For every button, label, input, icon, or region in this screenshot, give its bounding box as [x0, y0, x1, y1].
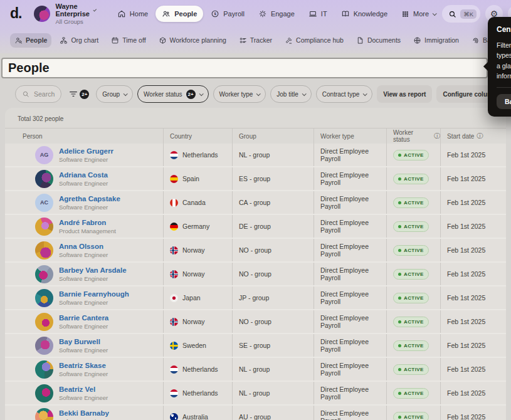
start-date-cell: Feb 1st 2025	[440, 144, 493, 166]
table-row[interactable]: André FabronProduct Management Germany D…	[5, 215, 506, 239]
person-name-link[interactable]: Adelice Grugerr	[59, 147, 113, 155]
cube-icon	[159, 36, 167, 45]
worker-type-filter[interactable]: Worker type	[213, 85, 266, 103]
back-button[interactable]: Back	[497, 94, 511, 109]
avatar	[35, 360, 53, 379]
document-icon	[356, 36, 364, 45]
total-count: Total 302 people	[5, 108, 506, 128]
chevron-down-icon	[256, 92, 261, 96]
person-job-title: Software Engineer	[59, 370, 108, 377]
org-switcher[interactable]: Wayne Enterprise All Groups	[34, 3, 95, 25]
worker-type-cell: Direct Employee Payroll	[313, 215, 386, 238]
search-icon	[448, 10, 456, 18]
status-dot	[398, 368, 401, 371]
deel-logo[interactable]: d.	[10, 5, 21, 22]
start-date-cell: Feb 1st 2025	[440, 167, 493, 190]
contract-type-filter[interactable]: Contract type	[316, 85, 372, 103]
avatar	[35, 384, 53, 402]
tab-compliance-hub[interactable]: Compliance hub	[280, 33, 348, 48]
chevron-down-icon	[302, 92, 306, 96]
app-header: d. Wayne Enterprise All Groups Home Peop…	[0, 0, 511, 53]
nav-item-knowledge[interactable]: Knowledge	[335, 6, 394, 22]
table-row[interactable]: Adriana CostaSoftware Engineer Spain ES …	[5, 167, 506, 191]
person-name-link[interactable]: Barbey Van Arsdale	[59, 266, 127, 274]
nav-item-it[interactable]: IT	[302, 6, 334, 22]
group-cell: NO - group	[232, 239, 313, 261]
group-cell: JP - group	[232, 286, 313, 309]
nav-item-people[interactable]: People	[155, 6, 203, 22]
tab-org-chart[interactable]: Org chart	[55, 33, 103, 48]
group-cell: CA - group	[232, 191, 313, 214]
person-name-link[interactable]: Bay Burwell	[59, 338, 108, 345]
person-name-link[interactable]: Beatriz Skase	[59, 362, 108, 369]
table-header-row: Person Country Group Worker type Worker …	[5, 128, 506, 144]
nav-item-home[interactable]: Home	[111, 6, 154, 22]
avatar	[35, 289, 53, 307]
table-row[interactable]: Barbey Van ArsdaleSoftware Engineer Norw…	[5, 263, 506, 286]
chevron-down-icon	[433, 11, 437, 16]
tab-people[interactable]: People	[10, 33, 51, 48]
svg-text:$: $	[214, 12, 217, 16]
tab-workforce-planning[interactable]: Workforce planning	[154, 33, 231, 48]
header-start-date: Start dateⓘ	[440, 129, 493, 144]
laptop-icon	[308, 9, 317, 18]
country-flag-icon	[170, 294, 178, 302]
start-date-cell: Feb 1st 2025	[440, 310, 493, 333]
status-dot	[398, 177, 401, 181]
org-avatar	[34, 6, 50, 22]
info-icon: ⓘ	[477, 132, 483, 140]
person-name-link[interactable]: Agretha Capstake	[59, 195, 120, 202]
filters-button[interactable]: 2+	[66, 89, 92, 99]
tab-immigration[interactable]: Immigration	[409, 33, 463, 48]
search-input[interactable]: Search	[15, 85, 61, 103]
person-name-link[interactable]: André Fabron	[59, 219, 116, 226]
status-dot	[398, 225, 401, 228]
header-country: Country	[163, 129, 232, 144]
person-name-link[interactable]: Beatriz Vel	[59, 386, 108, 393]
status-dot	[398, 154, 401, 157]
worker-type-cell: Direct Employee Payroll	[313, 239, 386, 261]
country-name: Germany	[182, 223, 209, 230]
person-name-link[interactable]: Barrie Cantera	[59, 314, 108, 322]
person-name-link[interactable]: Adriana Costa	[59, 171, 108, 179]
group-cell: NO - group	[232, 263, 313, 285]
tab-tracker[interactable]: Tracker	[234, 33, 277, 48]
tour-tooltip-footer: Back	[497, 87, 511, 109]
global-search-button[interactable]: ⌘K	[442, 5, 480, 23]
table-row[interactable]: Beatriz SkaseSoftware Engineer Netherlan…	[5, 358, 506, 382]
tour-tooltip-text: a glan	[497, 61, 511, 71]
tab-documents[interactable]: Documents	[352, 33, 405, 48]
person-name-link[interactable]: Barnie Fearnyhough	[59, 290, 129, 298]
worker-status-filter[interactable]: Worker status 2+	[137, 85, 209, 103]
view-as-report-button[interactable]: View as report	[377, 85, 432, 103]
person-job-title: Software Engineer	[59, 251, 108, 258]
gavel-icon	[285, 36, 293, 45]
nav-item-payroll[interactable]: $ Payroll	[204, 6, 251, 22]
status-badge: ACTIVE	[393, 174, 429, 184]
table-row[interactable]: Beatriz VelSoftware Engineer Netherlands…	[5, 382, 506, 406]
table-row[interactable]: Anna OlssonSoftware Engineer Norway NO -…	[5, 239, 506, 263]
country-name: Japan	[182, 294, 201, 302]
job-title-filter[interactable]: Job title	[270, 85, 311, 103]
tour-tooltip-text: inform	[497, 71, 511, 81]
keyboard-shortcut: ⌘K	[460, 9, 477, 19]
table-row[interactable]: Barrie CanteraSoftware Engineer Norway N…	[5, 310, 506, 334]
chevron-down-icon	[124, 92, 128, 96]
person-job-title: Software Engineer	[59, 299, 129, 306]
group-cell: NL - group	[232, 358, 313, 381]
table-row[interactable]: ACAgretha CapstakeSoftware Engineer Cana…	[5, 191, 506, 215]
status-badge: ACTIVE	[393, 388, 429, 399]
table-row[interactable]: Barnie FearnyhoughSoftware Engineer Japa…	[5, 286, 506, 310]
person-name-link[interactable]: Bekki Barnaby	[59, 409, 109, 417]
table-row[interactable]: Bay BurwellSoftware Engineer Sweden SE -…	[5, 334, 506, 358]
table-row[interactable]: AGAdelice GrugerrSoftware Engineer Nethe…	[5, 144, 506, 167]
people-icon	[162, 9, 171, 18]
nav-item-engage[interactable]: Engage	[252, 6, 301, 22]
person-name-link[interactable]: Anna Olsson	[59, 243, 108, 250]
worker-type-cell: Direct Employee Payroll	[313, 286, 386, 309]
nav-item-more[interactable]: More	[395, 6, 442, 22]
group-filter[interactable]: Group	[96, 85, 133, 103]
tab-time-off[interactable]: Time off	[107, 33, 150, 48]
status-badge: ACTIVE	[393, 197, 429, 208]
table-row[interactable]: Bekki BarnabySoftware Engineer Australia…	[5, 406, 506, 420]
